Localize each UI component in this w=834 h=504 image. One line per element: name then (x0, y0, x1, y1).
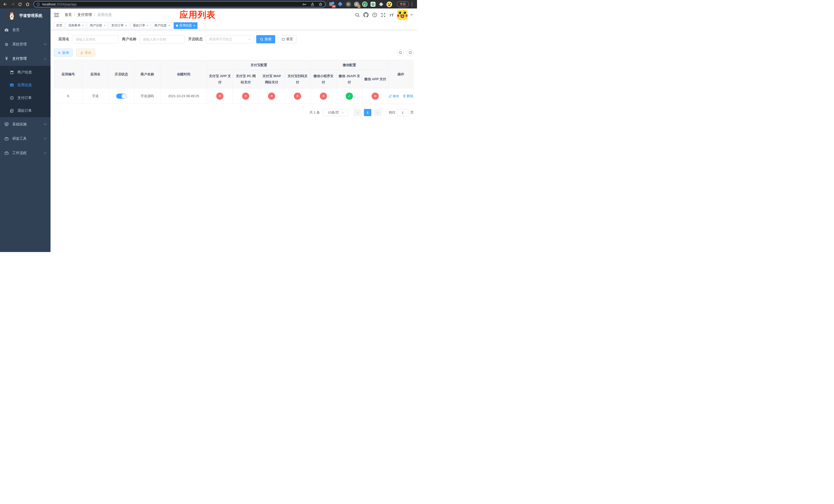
search-button[interactable]: 搜索 (256, 35, 275, 43)
tab-pay-orders[interactable]: 支付订单× (109, 22, 129, 29)
col-app-id: 应用编号 (54, 60, 83, 88)
browser-profile-avatar[interactable] (387, 2, 392, 7)
close-icon[interactable]: × (193, 24, 195, 27)
share-icon[interactable] (311, 2, 314, 6)
sidebar-item-refund-orders[interactable]: 退款订单 (0, 104, 50, 117)
pencil-icon (389, 94, 392, 98)
browser-home-icon[interactable] (24, 1, 30, 7)
page-annotation-title: 应用列表 (179, 9, 215, 21)
app-name-input[interactable] (72, 35, 118, 43)
col-group-wechat: 微信配置 (311, 60, 388, 70)
sidebar-logo-row[interactable]: 芋道管理系统 (0, 8, 50, 23)
sidebar-item-payment[interactable]: ¥ 支付管理 (0, 51, 50, 66)
extension-kite-icon[interactable] (337, 2, 343, 7)
edit-button[interactable]: 修改 (389, 94, 399, 98)
sidebar-item-app-info[interactable]: 应用信息 (0, 79, 50, 92)
sidebar-collapse-icon[interactable] (53, 12, 60, 18)
cell-merchant: 芋道源码 (134, 88, 160, 104)
user-avatar[interactable] (397, 10, 408, 20)
chevron-down-icon (44, 42, 47, 45)
download-icon (80, 51, 83, 54)
sidebar-item-system[interactable]: ⚙ 系统管理 (0, 37, 50, 51)
close-icon[interactable]: × (125, 24, 127, 27)
top-navbar: 首页 / 支付管理 / 应用信息 应用列表 ? (50, 8, 417, 21)
breadcrumb: 首页 / 支付管理 / 应用信息 (65, 13, 112, 17)
sidebar-item-label: 基础设施 (12, 122, 27, 127)
documents-icon (10, 109, 14, 113)
page-content: 应用名 商户名称 开启状态 请选择开启状态 搜索 重置 (50, 30, 417, 252)
tab-refund-orders[interactable]: 退款订单× (131, 22, 151, 29)
reset-button[interactable]: 重置 (278, 35, 297, 43)
extension-command-icon[interactable]: ⌘ (346, 2, 351, 7)
extension-recorder-icon[interactable]: 1 (354, 2, 359, 7)
show-search-button[interactable] (397, 49, 404, 56)
browser-back-icon[interactable] (2, 1, 8, 7)
status-select[interactable]: 请选择开启状态 (206, 35, 254, 43)
grid-table-icon (10, 83, 14, 87)
col-wechat-jsapi: 微信 JSAPI 支付 (336, 70, 363, 88)
svg-text:¥: ¥ (11, 97, 13, 99)
col-created: 创建时间 (160, 60, 207, 88)
extension-blocks-icon[interactable]: 10 (329, 2, 335, 7)
sidebar-item-pay-orders[interactable]: ¥ 支付订单 (0, 92, 50, 104)
tab-merchant-info[interactable]: 商户信息× (152, 22, 172, 29)
bookmark-star-icon[interactable] (319, 2, 323, 6)
extension-badge-orange: 1 (358, 5, 360, 8)
delete-button[interactable]: 删除 (403, 94, 413, 98)
font-size-icon[interactable]: тT (389, 13, 394, 17)
chevron-down-icon (342, 111, 344, 113)
sidebar-item-infrastructure[interactable]: 基础设施 (0, 117, 50, 132)
breadcrumb-payment[interactable]: 支付管理 (78, 13, 92, 17)
close-icon[interactable]: × (82, 24, 84, 27)
col-alipay-app: 支付宝 APP 支付 (207, 70, 233, 88)
sidebar-item-label: 应用信息 (18, 83, 32, 87)
briefcase-icon (4, 137, 9, 141)
extension-y-icon[interactable]: y (362, 2, 368, 7)
search-icon[interactable] (355, 13, 360, 18)
browser-reload-icon[interactable] (17, 1, 23, 7)
site-info-icon[interactable] (37, 3, 40, 6)
add-button[interactable]: 新增 (54, 49, 72, 56)
browser-menu-icon[interactable] (412, 2, 412, 7)
close-icon[interactable]: × (147, 24, 149, 27)
sidebar-item-merchant-info[interactable]: 商户信息 (0, 66, 50, 79)
tab-app-info[interactable]: 应用信息× (174, 22, 197, 29)
refresh-table-button[interactable] (407, 49, 414, 56)
pagination: 共 1 条 10条/页 ‹ 1 › 前往 页 (54, 109, 414, 116)
goto-page-input[interactable] (397, 109, 408, 116)
refresh-icon (282, 38, 285, 41)
refresh-icon (409, 51, 412, 54)
url-host: localhost (42, 2, 56, 6)
next-page-button[interactable]: › (374, 109, 381, 116)
page-size-select[interactable]: 10条/页 (323, 109, 349, 116)
sidebar-item-dev-tools[interactable]: 研发工具 (0, 132, 50, 146)
sidebar-item-label: 支付管理 (12, 56, 27, 61)
sidebar-item-home[interactable]: 首页 (0, 23, 50, 37)
col-alipay-qr: 支付宝扫码支付 (285, 70, 311, 88)
extensions-puzzle-icon[interactable] (378, 2, 384, 7)
alipay-wap-status-badge: ✕ (268, 93, 275, 100)
help-icon[interactable]: ? (372, 12, 377, 18)
merchant-name-input[interactable] (139, 35, 185, 43)
browser-update-button[interactable]: 更新 (397, 1, 409, 7)
app-table: 应用编号 应用名 开启状态 商户名称 创建时间 支付宝配置 微信配置 操作 支付… (54, 60, 414, 104)
password-key-icon[interactable] (302, 2, 306, 6)
page-1-button[interactable]: 1 (364, 109, 371, 116)
tab-user-group[interactable]: 用户分组× (87, 22, 108, 29)
status-toggle[interactable] (116, 94, 127, 99)
avatar-caret-icon[interactable] (410, 14, 413, 16)
browser-chrome: localhost:1024/pay/app 10 ⌘ 1 y (0, 0, 417, 8)
browser-forward-icon[interactable] (9, 1, 16, 7)
fullscreen-icon[interactable] (381, 13, 386, 18)
sidebar-item-workflow[interactable]: 工作流程 (0, 146, 50, 160)
prev-page-button[interactable]: ‹ (354, 109, 361, 116)
github-icon[interactable] (364, 12, 369, 18)
breadcrumb-home[interactable]: 首页 (65, 13, 72, 17)
close-icon[interactable]: × (104, 24, 105, 27)
tab-process-form[interactable]: 流程表单× (66, 22, 86, 29)
url-bar[interactable]: localhost:1024/pay/app (33, 1, 326, 7)
extension-chat-icon[interactable] (370, 2, 376, 7)
export-button[interactable]: 导出 (76, 49, 95, 56)
close-icon[interactable]: × (168, 24, 170, 27)
tab-home[interactable]: 首页 (54, 22, 65, 29)
